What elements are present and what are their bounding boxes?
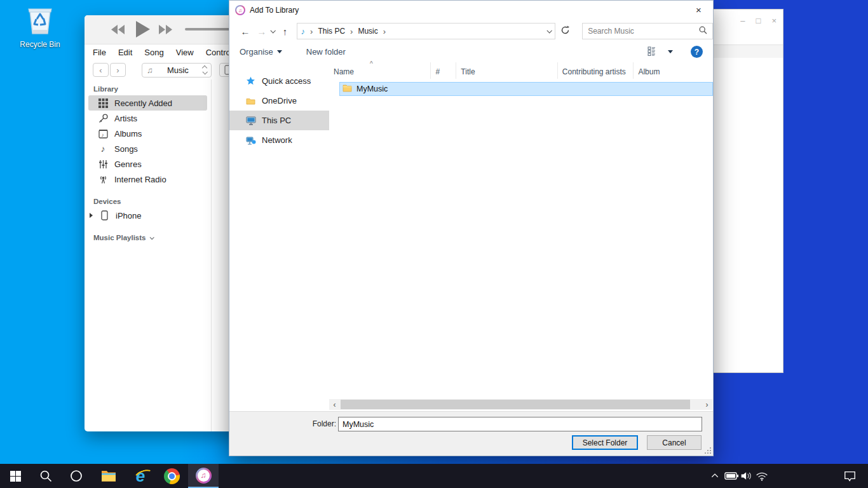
up-icon[interactable]: ↑ [279,26,292,37]
wifi-icon[interactable] [754,464,770,488]
dialog-close-button[interactable]: × [684,1,713,19]
sidebar-item-recently-added[interactable]: Recently Added [88,95,207,111]
address-dropdown-chevron-icon[interactable] [547,28,552,33]
sidebar-item-label: Artists [114,114,137,123]
cancel-button[interactable]: Cancel [647,435,702,450]
column-header-row: ^ Name # Title Contributing artists Albu… [329,62,713,79]
volume-icon[interactable] [738,464,755,488]
details-view-icon[interactable] [648,46,658,58]
folder-name-input[interactable] [338,417,702,431]
sidebar-item-internet-radio[interactable]: Internet Radio [88,172,207,187]
menu-file[interactable]: File [93,48,106,57]
sidebar-item-genres[interactable]: Genres [88,156,207,172]
sidebar-item-label: This PC [262,116,291,125]
sidebar-item-this-pc[interactable]: This PC [229,111,329,130]
back-icon[interactable]: ← [237,26,254,37]
onedrive-icon [245,97,256,105]
cortana-icon[interactable] [61,464,92,488]
broadcast-icon [97,175,109,184]
library-header: Library [85,82,211,95]
this-pc-icon [245,116,256,125]
devices-header: Devices [85,194,211,208]
menu-song[interactable]: Song [144,48,163,57]
horizontal-scrollbar[interactable]: ‹ › [329,399,712,410]
media-kind-selector[interactable]: ♫ Music [142,63,212,78]
itunes-back-button[interactable]: ‹ [93,63,109,77]
chrome-icon[interactable] [156,464,187,488]
help-button[interactable]: ? [691,46,703,58]
action-center-icon[interactable] [839,464,860,488]
itunes-taskbar-icon[interactable]: ♫ [188,464,219,488]
scroll-left-icon[interactable]: ‹ [329,399,340,410]
forward-icon[interactable]: → [254,26,270,37]
sidebar-item-label: Quick access [262,76,311,86]
dialog-sidebar: Quick access OneDrive This PC Network [229,61,329,411]
breadcrumb-separator: › [381,27,388,36]
select-folder-button[interactable]: Select Folder [572,435,638,450]
search-icon [699,25,707,37]
start-button[interactable] [0,464,31,488]
add-to-library-dialog: ♫ Add To Library × ← → ↑ ♪ › This PC › M… [229,0,714,456]
dialog-toolbar: Organise New folder ? [229,43,713,61]
search-box[interactable] [582,23,713,39]
folder-icon [342,84,352,94]
breadcrumb-separator: › [308,27,315,36]
search-input[interactable] [588,27,699,36]
dialog-navigation-bar: ← → ↑ ♪ › This PC › Music › [229,20,713,43]
taskbar-search-icon[interactable] [31,464,61,488]
scrollbar-thumb[interactable] [341,400,690,409]
sidebar-item-artists[interactable]: Artists [88,111,207,126]
svg-text:♪: ♪ [101,132,104,138]
column-header-title[interactable]: Title [456,62,557,79]
itunes-forward-button[interactable]: › [110,63,126,77]
column-header-album[interactable]: Album [634,62,713,79]
close-icon[interactable]: × [771,16,776,25]
menu-edit[interactable]: Edit [118,48,132,57]
music-note-icon: ♫ [147,65,153,75]
new-folder-button[interactable]: New folder [306,47,346,57]
organise-button[interactable]: Organise [240,47,282,57]
faders-icon [97,159,109,169]
internet-explorer-icon[interactable]: e [125,464,156,488]
breadcrumb-separator: › [348,27,355,36]
battery-icon[interactable] [723,464,740,488]
recycle-bin-desktop-icon[interactable]: Recycle Bin [17,5,64,49]
recent-locations-chevron-icon[interactable] [270,28,275,33]
address-bar[interactable]: ♪ › This PC › Music › [297,23,556,39]
maximize-icon[interactable]: □ [756,16,761,25]
resize-grip[interactable] [705,447,711,454]
music-playlists-header[interactable]: Music Playlists [85,231,211,244]
refresh-icon[interactable] [560,25,570,37]
column-header-contributing-artists[interactable]: Contributing artists [558,62,634,79]
sidebar-item-label: Albums [114,129,142,139]
itunes-app-icon: ♫ [235,5,245,15]
scroll-right-icon[interactable]: › [702,399,712,410]
column-header-number[interactable]: # [431,62,456,79]
column-header-name[interactable]: ^ Name [329,62,431,79]
minimize-icon[interactable]: – [740,16,745,25]
sidebar-item-network[interactable]: Network [229,130,329,150]
play-icon[interactable] [135,20,151,41]
file-explorer-icon[interactable] [93,464,124,488]
view-dropdown-caret-icon[interactable] [668,50,673,53]
next-track-icon[interactable] [159,24,173,37]
file-row-mymusic[interactable]: MyMusic [339,82,713,96]
sidebar-item-onedrive[interactable]: OneDrive [229,91,329,111]
taskbar: e ♫ [0,464,868,488]
sidebar-item-label: Recently Added [114,98,172,108]
dialog-footer: Folder: Select Folder Cancel [229,411,713,456]
disclosure-triangle-icon[interactable] [90,213,93,218]
file-list: ^ Name # Title Contributing artists Albu… [329,61,713,411]
menu-view[interactable]: View [176,48,194,57]
sidebar-item-quick-access[interactable]: Quick access [229,71,329,91]
sidebar-item-songs[interactable]: ♪ Songs [88,141,207,156]
sidebar-item-albums[interactable]: ♪ Albums [88,126,207,141]
dialog-titlebar[interactable]: ♫ Add To Library [229,1,713,20]
tray-chevron-up-icon[interactable] [707,464,723,488]
dropdown-caret-icon [277,50,282,53]
previous-track-icon[interactable] [111,24,125,37]
breadcrumb-music[interactable]: Music [358,27,377,36]
itunes-sidebar: Library Recently Added Artists ♪ Albums … [85,79,212,431]
sidebar-item-iphone[interactable]: iPhone [88,208,207,223]
breadcrumb-this-pc[interactable]: This PC [318,27,345,36]
